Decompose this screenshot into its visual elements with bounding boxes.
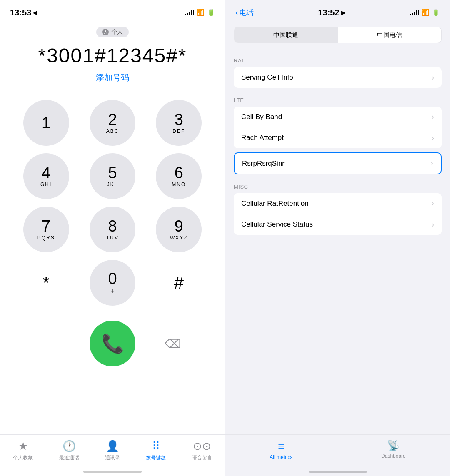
location-arrow-right: ▶ (341, 10, 345, 16)
battery-icon-left: 🔋 (207, 9, 215, 16)
star-icon: ★ (18, 440, 28, 453)
list-item-rsrp-rsrq-sinr[interactable]: RsrpRsrqSinr › (234, 152, 442, 174)
tab-voicemail-label: 语音留言 (192, 454, 212, 461)
list-item-cellular-service-status[interactable]: Cellular Service Status › (234, 214, 442, 235)
rat-section-label: RAT (234, 57, 442, 64)
delete-button[interactable]: ⌫ (160, 331, 185, 356)
tab-recents[interactable]: 🕐 最近通话 (59, 440, 79, 461)
tab-dashboard-label: Dashboard (381, 453, 406, 459)
voicemail-icon: ⊙⊙ (193, 440, 211, 453)
tab-all-metrics[interactable]: ≡ All metrics (270, 440, 292, 460)
chevron-icon: › (432, 73, 434, 82)
home-indicator-right (309, 471, 367, 473)
back-nav[interactable]: ‹ 电话 (235, 8, 254, 17)
time-right: 13:52 ▶ (318, 8, 345, 17)
chevron-icon-4: › (431, 159, 433, 168)
call-button[interactable]: 📞 (90, 321, 135, 366)
cellular-service-status-label: Cellular Service Status (241, 220, 313, 229)
key-6[interactable]: 6 MNO (156, 153, 202, 199)
status-bar-right: ‹ 电话 13:52 ▶ 📶 🔋 (225, 0, 450, 22)
call-row: 📞 ⌫ (0, 321, 225, 366)
battery-icon-right: 🔋 (432, 9, 440, 16)
tab-recents-label: 最近通话 (59, 454, 79, 461)
key-star[interactable]: * (23, 260, 69, 306)
key-hash[interactable]: # (156, 260, 202, 306)
left-panel: 13:53 ◀ 📶 🔋 人 个人 *3001#12345#* 添加号码 1 (0, 0, 225, 476)
chevron-icon-2: › (432, 112, 434, 121)
status-icons-left: 📶 🔋 (185, 9, 215, 16)
keypad-icon: ⠿ (152, 440, 160, 453)
misc-list-group: Cellular RatRetention › Cellular Service… (234, 193, 442, 235)
tab-all-metrics-label: All metrics (270, 454, 292, 460)
signal-bars-left (185, 10, 194, 15)
rsrp-rsrq-sinr-label: RsrpRsrqSinr (242, 159, 285, 168)
dashboard-icon: 📡 (387, 440, 400, 451)
back-label: 电话 (240, 8, 254, 17)
tab-contacts[interactable]: 👤 通讯录 (105, 440, 120, 461)
chevron-icon-6: › (432, 220, 434, 229)
key-9[interactable]: 9 WXYZ (156, 207, 202, 252)
tab-voicemail[interactable]: ⊙⊙ 语音留言 (192, 440, 212, 461)
tab-bar-left: ★ 个人收藏 🕐 最近通话 👤 通讯录 ⠿ 拨号键盘 ⊙⊙ 语音留言 (0, 434, 225, 476)
key-4[interactable]: 4 GHI (23, 153, 69, 199)
location-arrow-left: ◀ (33, 10, 37, 16)
tab-favorites[interactable]: ★ 个人收藏 (13, 440, 33, 461)
wifi-icon-left: 📶 (197, 9, 205, 16)
list-item-serving-cell-info[interactable]: Serving Cell Info › (234, 67, 442, 88)
chevron-icon-5: › (432, 199, 434, 208)
key-8[interactable]: 8 TUV (90, 207, 135, 252)
key-5[interactable]: 5 JKL (90, 153, 135, 199)
signal-bars-right (410, 10, 419, 15)
segment-telecom[interactable]: 中国电信 (338, 27, 441, 43)
misc-section-label: MISC (234, 184, 442, 190)
add-number-button[interactable]: 添加号码 (96, 72, 129, 83)
clock-right: 13:52 (318, 8, 339, 17)
status-icons-right: 📶 🔋 (410, 9, 440, 16)
key-2[interactable]: 2 ABC (90, 100, 135, 146)
list-item-cell-by-band[interactable]: Cell By Band › (234, 107, 442, 127)
list-item-cellular-rat-retention[interactable]: Cellular RatRetention › (234, 193, 442, 214)
contacts-icon: 👤 (106, 440, 119, 453)
rat-list-group: Serving Cell Info › (234, 67, 442, 88)
key-0[interactable]: 0 + (90, 260, 135, 306)
tab-contacts-label: 通讯录 (105, 454, 120, 461)
key-7[interactable]: 7 PQRS (23, 207, 69, 252)
rach-attempt-label: Rach Attempt (241, 134, 284, 142)
tab-dashboard[interactable]: 📡 Dashboard (381, 440, 406, 459)
lte-section-label: LTE (234, 97, 442, 103)
time-left: 13:53 ◀ (10, 8, 37, 17)
back-chevron-icon: ‹ (235, 8, 238, 17)
selected-item-wrapper: RsrpRsrqSinr › (234, 152, 442, 174)
personal-label: 个人 (111, 28, 123, 36)
key-3[interactable]: 3 DEF (156, 100, 202, 146)
cellular-rat-retention-label: Cellular RatRetention (241, 199, 309, 208)
list-item-rach-attempt[interactable]: Rach Attempt › (234, 127, 442, 148)
chevron-icon-3: › (432, 134, 434, 142)
keypad: 1 2 ABC 3 DEF 4 GHI 5 JKL 6 MNO 7 PQRS 8 (0, 100, 225, 306)
serving-cell-info-label: Serving Cell Info (241, 73, 293, 82)
all-metrics-icon: ≡ (278, 440, 284, 453)
dialer-number: *3001#12345#* (38, 44, 187, 67)
clock-left: 13:53 (10, 8, 31, 17)
tab-favorites-label: 个人收藏 (13, 454, 33, 461)
personal-badge: 人 个人 (96, 27, 129, 37)
segment-control: 中国联通 中国电信 (234, 27, 442, 43)
phone-icon: 📞 (101, 333, 124, 354)
lte-list-group: Cell By Band › Rach Attempt › (234, 107, 442, 148)
status-bar-left: 13:53 ◀ 📶 🔋 (0, 0, 225, 22)
tab-keypad-label: 拨号键盘 (146, 454, 166, 461)
right-panel: ‹ 电话 13:52 ▶ 📶 🔋 中国联通 中国电信 RAT Serving (225, 0, 450, 476)
wifi-icon-right: 📶 (422, 9, 430, 16)
segment-unicom[interactable]: 中国联通 (234, 27, 338, 43)
key-1[interactable]: 1 (23, 100, 69, 146)
tab-keypad[interactable]: ⠿ 拨号键盘 (146, 440, 166, 461)
person-icon: 人 (102, 29, 109, 35)
backspace-icon: ⌫ (165, 337, 181, 351)
home-indicator-left (83, 471, 142, 473)
cell-by-band-label: Cell By Band (241, 113, 282, 121)
clock-icon: 🕐 (62, 440, 76, 453)
tab-bar-right: ≡ All metrics 📡 Dashboard (225, 434, 450, 476)
